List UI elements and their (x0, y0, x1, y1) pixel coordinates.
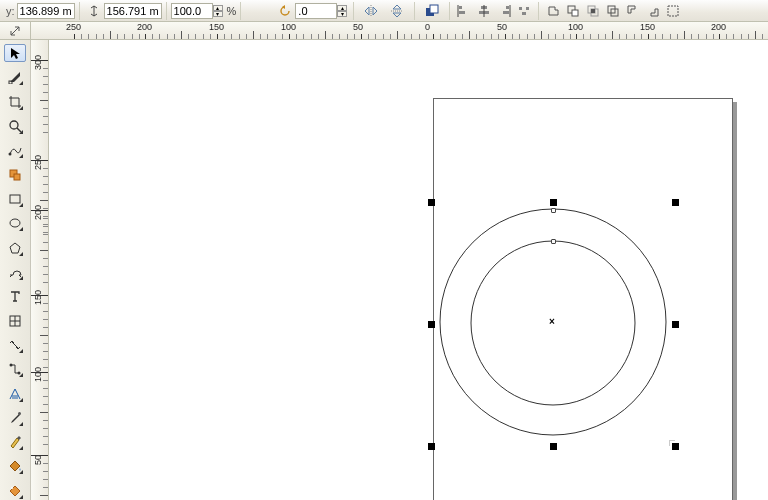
selection-handle[interactable] (428, 443, 435, 450)
horizontal-ruler[interactable]: 25020015010050050100150200 (31, 22, 768, 39)
selection-handle[interactable] (428, 321, 435, 328)
rectangle-tool[interactable] (4, 190, 26, 208)
v-ruler-label: 50 (33, 455, 43, 465)
separator (414, 2, 415, 20)
v-ruler-label: 250 (33, 155, 43, 170)
toolbox (0, 40, 31, 500)
h-ruler-label: 0 (425, 22, 430, 32)
h-ruler-label: 150 (209, 22, 224, 32)
svg-rect-4 (459, 6, 462, 9)
rotate-spin[interactable]: ▴▾ (337, 3, 347, 19)
connector-tool[interactable] (4, 360, 26, 378)
text-tool[interactable] (4, 287, 26, 305)
rotate-input[interactable] (295, 3, 337, 19)
selection-center-icon[interactable]: × (549, 316, 555, 327)
svg-point-27 (9, 153, 12, 156)
outline-pen-tool[interactable] (4, 433, 26, 451)
trim-icon[interactable] (565, 3, 581, 19)
workspace: 30025020015010050 × (0, 40, 768, 500)
pick-tool[interactable] (4, 44, 26, 62)
crop-tool[interactable] (4, 93, 26, 111)
shape-tool[interactable] (4, 68, 26, 86)
table-tool[interactable] (4, 311, 26, 329)
selection-handle[interactable] (672, 199, 679, 206)
svg-rect-29 (14, 174, 20, 180)
vertical-ruler[interactable]: 30025020015010050 (31, 40, 49, 500)
v-ruler-label: 150 (33, 290, 43, 305)
svg-rect-5 (459, 11, 465, 14)
h-ruler-label: 100 (568, 22, 583, 32)
smart-fill-tool[interactable] (4, 166, 26, 184)
selection-handle[interactable] (428, 199, 435, 206)
separator (166, 2, 167, 20)
scale-group: ▴▾ % (171, 0, 237, 21)
canvas-area[interactable]: × (49, 40, 768, 500)
mirror-v-icon[interactable] (386, 3, 408, 19)
to-front-icon[interactable] (421, 3, 443, 19)
height-input[interactable] (104, 3, 162, 19)
h-ruler-label: 50 (497, 22, 507, 32)
mirror-h-icon[interactable] (360, 3, 382, 19)
coords-group: y: (4, 0, 75, 21)
height-icon (86, 3, 102, 19)
selection-handle[interactable] (672, 321, 679, 328)
basic-shapes-tool[interactable] (4, 263, 26, 281)
ellipse-tool[interactable] (4, 214, 26, 232)
polygon-tool[interactable] (4, 239, 26, 257)
svg-rect-13 (519, 7, 522, 10)
intersect-icon[interactable] (585, 3, 601, 19)
front-minus-back-icon[interactable] (625, 3, 641, 19)
svg-rect-23 (668, 6, 678, 16)
dimension-tool[interactable] (4, 336, 26, 354)
fill-tool[interactable] (4, 457, 26, 475)
v-ruler-label: 300 (33, 55, 43, 70)
svg-point-39 (11, 487, 13, 489)
h-ruler-label: 200 (137, 22, 152, 32)
svg-rect-10 (506, 6, 509, 9)
ruler-row: 25020015010050050100150200 (0, 22, 768, 40)
svg-point-35 (10, 364, 13, 367)
eyedropper-tool[interactable] (4, 409, 26, 427)
svg-rect-11 (503, 11, 509, 14)
svg-rect-20 (591, 9, 595, 13)
separator (449, 2, 450, 20)
svg-rect-15 (522, 12, 526, 15)
freehand-tool[interactable] (4, 141, 26, 159)
property-bar: y: ▴▾ % ▴▾ (0, 0, 768, 22)
selection-handle[interactable] (550, 443, 557, 450)
h-ruler-label: 50 (353, 22, 363, 32)
scale-spin[interactable]: ▴▾ (213, 3, 223, 19)
ellipse-control-node[interactable] (551, 239, 556, 244)
y-input[interactable] (17, 3, 75, 19)
blend-tool[interactable] (4, 384, 26, 402)
separator (353, 2, 354, 20)
rotate-group: ▴▾ (275, 0, 349, 21)
svg-point-38 (18, 412, 21, 415)
selection-handle[interactable] (550, 199, 557, 206)
weld-icon[interactable] (545, 3, 561, 19)
align-left-icon[interactable] (456, 3, 472, 19)
y-label: y: (6, 5, 15, 17)
h-ruler-label: 250 (66, 22, 81, 32)
h-ruler-label: 150 (640, 22, 655, 32)
align-right-icon[interactable] (496, 3, 512, 19)
boundary-icon[interactable] (665, 3, 681, 19)
ellipse-control-node[interactable] (551, 208, 556, 213)
zoom-tool[interactable] (4, 117, 26, 135)
scale-input[interactable] (171, 3, 213, 19)
drawing-page[interactable] (433, 98, 733, 500)
back-minus-front-icon[interactable] (645, 3, 661, 19)
svg-rect-37 (12, 395, 18, 399)
interactive-fill-tool[interactable] (4, 482, 26, 500)
align-dist-icon[interactable] (516, 3, 532, 19)
h-ruler-label: 200 (711, 22, 726, 32)
simplify-icon[interactable] (605, 3, 621, 19)
align-center-icon[interactable] (476, 3, 492, 19)
ruler-origin-icon[interactable] (0, 22, 31, 40)
v-ruler-label: 100 (33, 367, 43, 382)
svg-rect-30 (10, 195, 20, 203)
rotate-icon (277, 3, 293, 19)
svg-point-25 (10, 121, 18, 129)
svg-point-31 (10, 219, 20, 227)
separator (240, 2, 241, 20)
